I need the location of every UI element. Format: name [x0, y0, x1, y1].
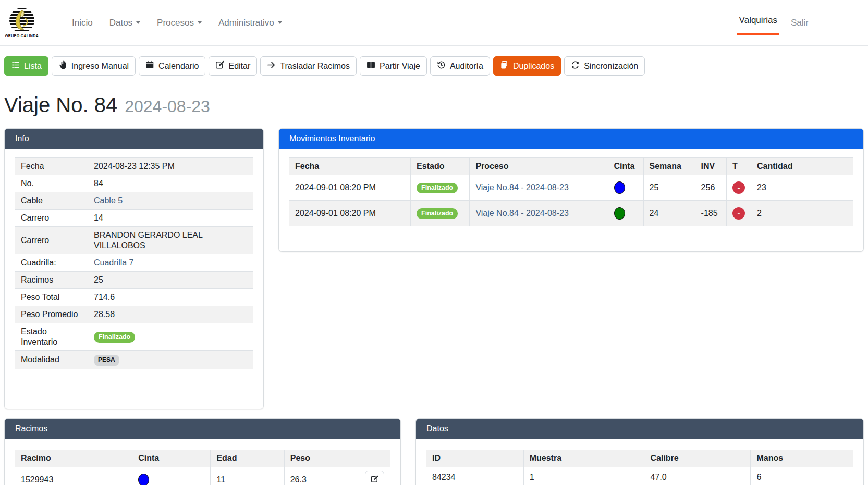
info-row: Peso Total714.6: [15, 289, 253, 306]
minus-circle-icon: -: [732, 181, 745, 194]
editar-button[interactable]: Editar: [209, 56, 257, 76]
nav-logout-link[interactable]: Salir: [789, 14, 811, 32]
info-row: Fecha2024-08-23 12:35 PM: [15, 158, 253, 175]
cinta-dot-icon: [614, 181, 625, 194]
trasladar-racimos-button[interactable]: Trasladar Racimos: [260, 56, 357, 76]
movimientos-table: Fecha Estado Proceso Cinta Semana INV T …: [289, 157, 853, 226]
arrow-right-icon: [267, 60, 276, 71]
caret-down-icon: [136, 21, 140, 24]
table-row: 1529943 11 26.3: [15, 467, 390, 485]
movimientos-panel-header: Movimientos Inventario: [279, 129, 863, 149]
auditoria-button[interactable]: Auditoría: [430, 56, 490, 76]
info-panel: Info Fecha2024-08-23 12:35 PM No.84 Cabl…: [4, 128, 264, 409]
cinta-dot-icon: [614, 207, 625, 220]
minus-circle-icon: -: [732, 207, 745, 220]
nav-user-tab[interactable]: Valquirias: [737, 11, 779, 35]
proceso-link[interactable]: Viaje No.84 - 2024-08-23: [475, 183, 569, 192]
racimos-table: Racimo Cinta Edad Peso 1529943 11 26.3: [15, 450, 390, 485]
brand-logo[interactable]: GRUPO CALINDA: [7, 8, 36, 38]
status-badge: Finalizado: [417, 208, 458, 219]
info-row: Racimos25: [15, 272, 253, 289]
nav-links: Inicio Datos Procesos Administrativo: [66, 14, 288, 32]
page-title: Viaje No. 84: [4, 93, 117, 117]
duplicados-button[interactable]: Duplicados: [493, 56, 561, 76]
nav-right: Valquirias Salir: [737, 11, 811, 35]
nav-item-datos[interactable]: Datos: [103, 14, 146, 32]
page-head: Viaje No. 84 2024-08-23: [4, 93, 864, 117]
partir-viaje-button[interactable]: Partir Viaje: [360, 56, 427, 76]
ingreso-manual-button[interactable]: Ingreso Manual: [52, 56, 136, 76]
table-row: 2024-09-01 08:20 PM Finalizado Viaje No.…: [289, 201, 853, 226]
datos-panel: Datos ID Muestra Calibre Manos 84234 1 4…: [415, 418, 864, 485]
list-icon: [11, 60, 20, 71]
status-badge: Finalizado: [417, 183, 458, 193]
split-icon: [366, 60, 375, 71]
racimos-panel-header: Racimos: [5, 419, 400, 439]
nav-item-administrativo[interactable]: Administrativo: [212, 14, 288, 32]
info-row: Peso Promedio28.58: [15, 306, 253, 323]
info-row: No.84: [15, 175, 253, 192]
info-row: Estado InventarioFinalizado: [15, 323, 253, 351]
modalidad-badge: PESA: [94, 355, 119, 366]
calendar-icon: [145, 60, 154, 71]
info-row: Cuadrilla:Cuadrilla 7: [15, 254, 253, 272]
hand-icon: [58, 60, 67, 71]
table-row: 84234 1 47.0 6: [426, 467, 853, 485]
info-row: ModalidadPESA: [15, 351, 253, 369]
calendario-button[interactable]: Calendario: [139, 56, 205, 76]
pencil-square-icon: [215, 60, 224, 71]
status-badge: Finalizado: [94, 332, 135, 343]
info-row: Carrero14: [15, 210, 253, 227]
nav-item-inicio[interactable]: Inicio: [66, 14, 99, 32]
edit-racimo-button[interactable]: [365, 471, 384, 485]
banana-logo-icon: [9, 8, 34, 33]
page-date: 2024-08-23: [125, 97, 210, 116]
datos-table: ID Muestra Calibre Manos 84234 1 47.0 6 …: [426, 450, 853, 485]
history-icon: [437, 60, 446, 71]
racimos-panel: Racimos Racimo Cinta Edad Peso 1529943: [4, 418, 401, 485]
cable-link[interactable]: Cable 5: [94, 196, 123, 205]
table-row: 2024-09-01 08:20 PM Finalizado Viaje No.…: [289, 175, 853, 201]
sync-icon: [571, 60, 580, 71]
proceso-link[interactable]: Viaje No.84 - 2024-08-23: [475, 209, 569, 217]
caret-down-icon: [198, 21, 202, 24]
brand-caption: GRUPO CALINDA: [5, 34, 39, 38]
pencil-square-icon: [371, 475, 378, 484]
info-table: Fecha2024-08-23 12:35 PM No.84 CableCabl…: [15, 157, 253, 369]
toolbar: Lista Ingreso Manual Calendario Editar T…: [4, 56, 864, 76]
lista-button[interactable]: Lista: [4, 56, 48, 76]
datos-panel-header: Datos: [416, 419, 863, 439]
cinta-dot-icon: [138, 474, 149, 485]
info-row: CableCable 5: [15, 192, 253, 210]
sincronizacion-button[interactable]: Sincronización: [564, 56, 645, 76]
copy-icon: [500, 60, 509, 71]
info-row: CarreroBRANDON GERARDO LEAL VILLALOBOS: [15, 227, 253, 254]
movimientos-panel: Movimientos Inventario Fecha Estado Proc…: [278, 128, 864, 252]
info-panel-header: Info: [5, 129, 263, 149]
nav-item-procesos[interactable]: Procesos: [151, 14, 208, 32]
cuadrilla-link[interactable]: Cuadrilla 7: [94, 258, 133, 267]
caret-down-icon: [278, 21, 282, 24]
navbar: GRUPO CALINDA Inicio Datos Procesos Admi…: [0, 0, 868, 46]
